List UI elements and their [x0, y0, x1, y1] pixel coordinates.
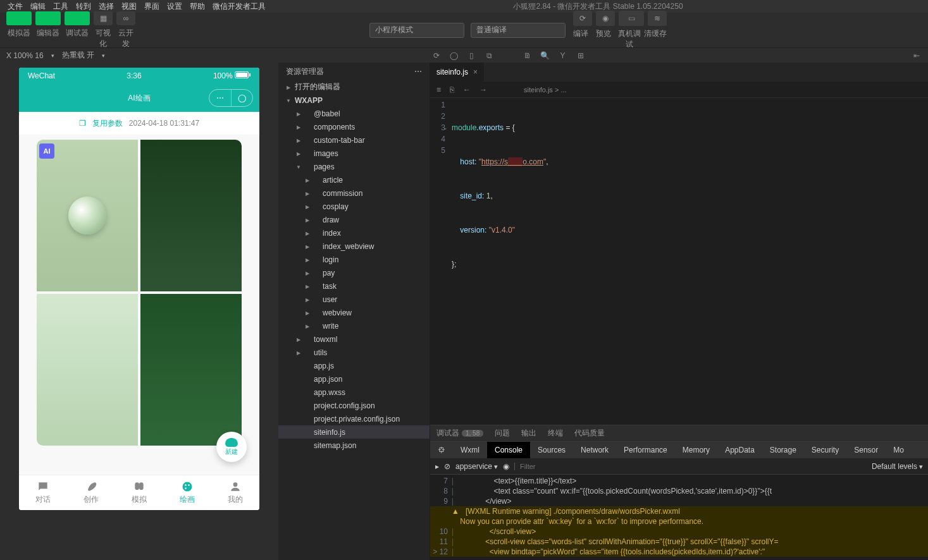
menu-select[interactable]: 选择 — [96, 1, 116, 12]
file-siteinfo[interactable]: siteinfo.js — [278, 425, 430, 439]
devtab-wxml[interactable]: Wxml — [453, 442, 487, 458]
devtab-storage[interactable]: Storage — [762, 442, 804, 458]
breadcrumb[interactable]: siteinfo.js > ... — [524, 86, 567, 94]
folder-towxml[interactable]: towxml — [278, 332, 430, 346]
compile-select[interactable]: 普通编译 — [471, 23, 566, 38]
folder-draw[interactable]: draw — [278, 213, 430, 226]
code-editor[interactable]: 1 2 3 4 5 ⌄module.exports = { host: "htt… — [430, 98, 928, 425]
cloud-toggle[interactable]: ∞ — [116, 11, 135, 25]
folder-components[interactable]: components — [278, 120, 430, 133]
folder-task[interactable]: task — [278, 279, 430, 293]
capsule-menu[interactable]: ⋯ — [209, 90, 232, 106]
more-icon[interactable]: ⋯ — [414, 67, 422, 76]
dbg-tab-terminal[interactable]: 终端 — [548, 428, 563, 439]
phone-icon[interactable]: ▯ — [467, 51, 477, 61]
phone-content[interactable]: AI 新建 — [19, 135, 259, 475]
search-icon[interactable]: 🔍 — [540, 51, 550, 61]
open-editors[interactable]: 打开的编辑器 — [278, 80, 430, 94]
capsule-close[interactable]: ◯ — [232, 90, 253, 106]
dbg-tab-debugger[interactable]: 调试器1, 58 — [436, 428, 483, 439]
code-text[interactable]: ⌄module.exports = { host: "https://s o.c… — [452, 98, 928, 425]
folder-pay[interactable]: pay — [278, 266, 430, 279]
bookmark-icon[interactable]: ⎘ — [450, 85, 454, 94]
inspect-icon[interactable]: ⯐ — [430, 442, 453, 458]
clear-icon[interactable]: ⊘ — [444, 462, 450, 471]
dbg-tab-problems[interactable]: 问题 — [495, 428, 510, 439]
branch-icon[interactable]: Y — [558, 51, 568, 61]
console-output[interactable]: 7| <text>{{item.title}}</text> 8| <text … — [430, 475, 928, 560]
image-tile-3[interactable] — [37, 294, 138, 446]
preview-icon[interactable]: ◉ — [596, 11, 615, 26]
folder-write[interactable]: write — [278, 319, 430, 332]
folder-babel[interactable]: @babel — [278, 107, 430, 120]
tab-draw[interactable]: 绘画 — [163, 475, 211, 510]
menu-help[interactable]: 帮助 — [187, 1, 207, 12]
devtab-security[interactable]: Security — [804, 442, 846, 458]
devtab-sensor[interactable]: Sensor — [846, 442, 886, 458]
zoom-level[interactable]: X 100% 16 — [6, 51, 44, 60]
back-icon[interactable]: ← — [463, 85, 471, 94]
menu-goto[interactable]: 转到 — [73, 1, 94, 12]
record-icon[interactable]: ◯ — [449, 51, 459, 61]
menu-ui[interactable]: 界面 — [142, 1, 162, 12]
sidebar-icon[interactable]: ▸ — [435, 462, 439, 471]
menu-edit[interactable]: 编辑 — [28, 1, 48, 12]
file-sitemap[interactable]: sitemap.json — [278, 439, 430, 452]
folder-index[interactable]: index — [278, 226, 430, 240]
devtab-console[interactable]: Console — [487, 442, 530, 458]
refresh-icon[interactable]: ⟳ — [431, 51, 442, 61]
ext-icon[interactable]: ⊞ — [576, 51, 586, 61]
menu-tools[interactable]: 工具 — [51, 1, 71, 12]
folder-article[interactable]: article — [278, 173, 430, 186]
simulator-toggle[interactable] — [6, 11, 32, 25]
hot-reload[interactable]: 热重载 开 — [62, 50, 94, 61]
dbg-tab-quality[interactable]: 代码质量 — [574, 428, 605, 439]
folder-pages[interactable]: pages — [278, 160, 430, 173]
filter-input[interactable] — [514, 463, 704, 470]
devtab-network[interactable]: Network — [573, 442, 616, 458]
devtab-sources[interactable]: Sources — [530, 442, 573, 458]
tab-create[interactable]: 创作 — [67, 475, 115, 510]
image-tile-1[interactable] — [37, 140, 138, 291]
mode-select[interactable]: 小程序模式 — [369, 23, 464, 38]
devtab-appdata[interactable]: AppData — [717, 442, 762, 458]
folder-root[interactable]: WXAPP — [278, 94, 430, 107]
folder-index-webview[interactable]: index_webview — [278, 240, 430, 253]
refresh-icon[interactable]: ⟳ — [573, 11, 592, 26]
dbg-tab-output[interactable]: 输出 — [521, 428, 536, 439]
menu-view[interactable]: 视图 — [119, 1, 139, 12]
visual-toggle[interactable]: ▦ — [94, 11, 113, 25]
folder-utils[interactable]: utils — [278, 346, 430, 359]
file-app-wxss[interactable]: app.wxss — [278, 386, 430, 399]
folder-login[interactable]: login — [278, 253, 430, 266]
image-tile-2[interactable] — [140, 140, 242, 291]
remote-debug-icon[interactable]: ▭ — [619, 11, 644, 26]
folder-user[interactable]: user — [278, 293, 430, 306]
collapse-icon[interactable]: ⇤ — [912, 51, 922, 61]
file-app-json[interactable]: app.json — [278, 372, 430, 386]
menu-file[interactable]: 文件 — [5, 1, 25, 12]
reuse-params[interactable]: 复用参数 — [92, 118, 123, 129]
eye-icon[interactable]: ◉ — [503, 462, 509, 471]
folder-commission[interactable]: commission — [278, 186, 430, 200]
fab-new[interactable]: 新建 — [216, 432, 247, 462]
folder-custom-tab-bar[interactable]: custom-tab-bar — [278, 133, 430, 147]
devtab-more[interactable]: Mo — [886, 442, 912, 458]
tab-me[interactable]: 我的 — [211, 475, 259, 510]
tab-chat[interactable]: 对话 — [19, 475, 67, 510]
tab-siteinfo[interactable]: siteinfo.js× — [430, 63, 484, 82]
debugger-toggle[interactable] — [65, 11, 90, 25]
menu-wxdev[interactable]: 微信开发者工具 — [210, 1, 268, 12]
file-project-config[interactable]: project.config.json — [278, 399, 430, 412]
popout-icon[interactable]: ⧉ — [485, 51, 495, 61]
context-select[interactable]: appservice ▾ — [455, 462, 498, 471]
folder-webview[interactable]: webview — [278, 306, 430, 319]
tab-sim[interactable]: 模拟 — [115, 475, 163, 510]
fold-icon[interactable]: ⌄ — [443, 122, 448, 133]
devtab-performance[interactable]: Performance — [616, 442, 675, 458]
forward-icon[interactable]: → — [479, 85, 487, 94]
file-app-js[interactable]: app.js — [278, 359, 430, 372]
image-tile-4[interactable] — [140, 294, 242, 446]
folder-cosplay[interactable]: cosplay — [278, 200, 430, 213]
devtab-memory[interactable]: Memory — [675, 442, 717, 458]
